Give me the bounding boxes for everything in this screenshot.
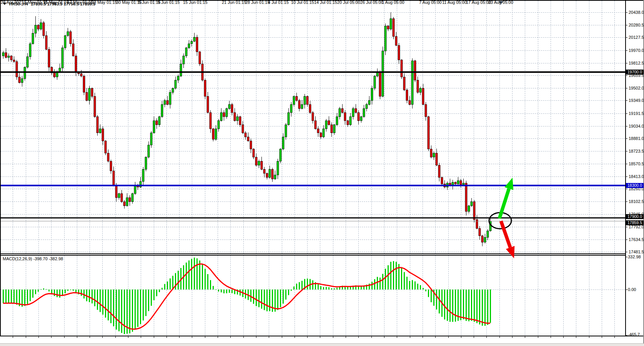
time-axis-label: 28 Apr 2023	[1, 0, 23, 5]
mt4-chart-window: HK50-,H4 17830.5 17983.5 17756.5 17859.5…	[0, 0, 644, 346]
window-bottom-strip	[0, 343, 644, 346]
price-axis-label: 18413.0	[629, 174, 644, 179]
price-axis-label: 19349.0	[629, 98, 644, 103]
time-axis-label: 17 May 01:15	[67, 0, 93, 5]
price-axis-label: 20127.5	[629, 35, 644, 40]
macd-indicator-label: MACD(12,26,9) -398.70 -382.98	[3, 256, 63, 261]
price-axis-label: 19034.0	[629, 124, 644, 128]
macd-axis-label: 0.00	[628, 287, 636, 292]
time-axis-label: 9 Jun 01:15	[158, 0, 180, 5]
time-axis-label: 10 Jul 01:15	[291, 0, 314, 5]
time-axis-label: 23 Aug 05:00	[488, 0, 513, 5]
price-badge-17859.5: 17859.5	[626, 220, 644, 225]
price-badge-18300.0: 18300.0	[626, 183, 644, 188]
price-axis-label: 20280.5	[629, 23, 644, 27]
time-axis-label: 28 Jun 01:15	[245, 0, 270, 5]
time-axis-label: 11 May 01:15	[43, 0, 69, 5]
price-axis-label: 19970.0	[629, 48, 644, 53]
time-axis-label: 14 Jul 01:15	[314, 0, 337, 5]
macd-axis-label: -465.7	[628, 332, 640, 337]
price-axis-label: 19502.0	[629, 86, 644, 90]
time-axis-label: 30 May 01:15	[116, 0, 142, 5]
time-axis-label: 1 Aug 05:00	[382, 0, 404, 5]
time-axis-label: 7 Aug 05:00	[419, 0, 442, 5]
time-axis-label: 15 Jun 01:15	[183, 0, 208, 5]
time-axis-label: 23 May 01:15	[92, 0, 117, 5]
price-axis-label: 17481.5	[629, 250, 644, 254]
time-axis-label: 5 Jun 01:15	[138, 0, 161, 5]
time-axis-label: 4 Jul 01:15	[268, 0, 289, 5]
price-axis-label: 18723.5	[629, 149, 644, 153]
price-axis-label: 20438.0	[629, 10, 644, 15]
price-axis-label: 17634.5	[629, 237, 644, 242]
time-axis-label: 11 Aug 05:00	[442, 0, 467, 5]
time-axis-label: 20 Jul 05:00	[337, 0, 360, 5]
time-axis-label: 21 Jun 01:15	[222, 0, 246, 5]
price-axis-label: 18570.5	[629, 161, 644, 166]
time-axis-label: 26 Jul 05:00	[360, 0, 383, 5]
price-axis-label: 19812.5	[629, 61, 644, 65]
macd-axis-label: 332.98	[628, 255, 641, 259]
price-axis-label: 19191.5	[629, 111, 644, 116]
price-badge-17900.0: 17900.0	[626, 214, 644, 219]
price-axis-label: 18881.0	[629, 136, 644, 141]
price-badge-19700.0: 19700.0	[626, 70, 644, 75]
time-axis-label: 17 Aug 05:00	[466, 0, 491, 5]
chart-canvas[interactable]	[0, 0, 644, 346]
price-axis-label: 18102.5	[629, 199, 644, 204]
